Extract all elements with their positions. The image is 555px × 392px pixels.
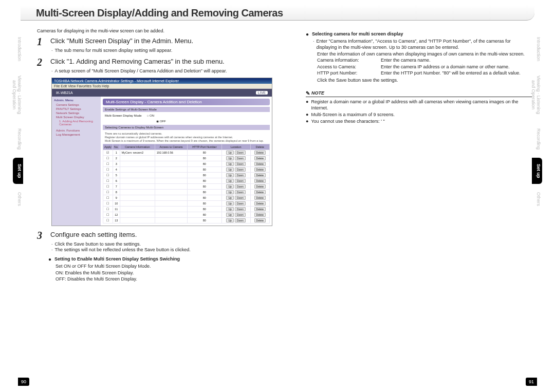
ss-camera-table: Apply No. Camera Information Access to C… (103, 144, 270, 223)
ss-th: HTTP-Port Number (188, 144, 221, 150)
tab-others-r[interactable]: Others (532, 186, 542, 212)
step-3-number: 3 (37, 230, 46, 240)
note-2: Multi-Screen is a maximum of 9 screens. (311, 111, 395, 118)
tab-recording-r[interactable]: Recording (532, 122, 542, 156)
ss-nav-item: Log Management (54, 133, 99, 136)
step-3-detail-2: The settings will not be reflected unles… (55, 247, 191, 252)
bullet-icon: ● (306, 31, 309, 38)
tab-others[interactable]: Others (13, 186, 23, 212)
ss-section-enable: Enable Settings of Multi-Screen Mode (103, 107, 270, 112)
selecting-p1: Enter "Camera Information", "Access to C… (317, 38, 532, 50)
def-access-label: Access to Camera: (317, 64, 379, 70)
ss-table-row: ☐380UpDownDelete (103, 161, 270, 167)
title-bar: Multi-Screen Display/Adding and Removing… (21, 5, 534, 21)
ss-th: Apply (103, 144, 113, 150)
tab-viewing-r[interactable]: Viewing · Listening and Operation (532, 69, 542, 120)
ss-window-title: TOSHIBA Network Camera Administrator Set… (52, 78, 272, 84)
ss-sidebar: Admin. Menu Camera Settings PAN/TILT Set… (52, 97, 101, 226)
embedded-screenshot: TOSHIBA Network Camera Administrator Set… (51, 78, 272, 226)
page-number-right: 91 (526, 378, 537, 386)
step-2-title: Click "1. Adding and Removing Cameras" i… (50, 57, 284, 66)
ss-header: IK-WB21A LIVE (52, 89, 272, 97)
ss-th: No. (113, 144, 120, 150)
def-port-val: Enter the HTTP port Number. "80" will be… (381, 70, 521, 76)
subheading-enable-text: Setting to Enable Multi Screen Display S… (54, 256, 180, 263)
ss-th: Camera Information (120, 144, 155, 150)
enable-line-1: Set ON or OFF for Multi Screen Display M… (55, 263, 284, 269)
step-1-number: 1 (37, 36, 46, 47)
tab-viewing[interactable]: Viewing · Listening and Operation (13, 69, 23, 120)
page-number-left: 90 (18, 378, 29, 386)
step-3-title: Configure each setting items. (50, 230, 284, 239)
ss-nav-item: Camera Settings (54, 103, 99, 106)
ss-table-row: ☐880UpDownDelete (103, 190, 270, 195)
bullet-icon: ● (48, 256, 51, 263)
ss-menubar: File Edit View Favorites Tools Help (52, 84, 272, 89)
ss-desc: There are no automatically detected came… (103, 131, 270, 144)
ss-mode-label: Multi-Screen Display Mode (105, 114, 142, 117)
ss-nav-item: PAN/TILT Settings (54, 107, 99, 110)
ss-nav-item: Multi Screen Display (54, 116, 99, 119)
pencil-icon: ✎ (306, 90, 310, 96)
ss-section-select: Selecting Cameras to Display Multi-Scree… (103, 125, 270, 130)
ss-nav-sub: 1. Adding And Removing Cameras (54, 120, 99, 126)
right-column: ● Selecting camera for multi screen disp… (306, 28, 532, 125)
ss-nav-item: Network Settings (54, 111, 99, 115)
ss-th: Delete (250, 144, 269, 150)
step-2: 2 Click "1. Adding and Removing Cameras"… (37, 57, 284, 73)
selecting-p2: Enter the information of own camera when… (313, 51, 532, 57)
note-3: You cannot use these characters: ' " (311, 118, 384, 124)
note-block: ✎ NOTE ●Register a domain name or a glob… (306, 90, 532, 125)
ss-table-row: ☐1280UpDownDelete (103, 212, 270, 218)
left-column: Cameras for displaying in the multi-view… (37, 28, 284, 282)
ss-table-row: ☐980UpDownDelete (103, 195, 270, 201)
side-tabs-left: Introduction Viewing · Listening and Ope… (13, 31, 23, 214)
step-2-detail: A setup screen of "Multi Screen Display … (55, 68, 227, 73)
subheading-selecting-text: Selecting camera for multi screen displa… (312, 31, 403, 38)
def-port-label: HTTP port Number: (317, 70, 379, 76)
subheading-enable: ● Setting to Enable Multi Screen Display… (48, 256, 284, 263)
ss-th: Access to Camera (155, 144, 187, 150)
ss-table-row: ☐780UpDownDelete (103, 184, 270, 190)
tab-setup-r[interactable]: Set up (532, 158, 542, 184)
subheading-selecting: ● Selecting camera for multi screen disp… (306, 31, 532, 38)
ss-table-row: ☐1180UpDownDelete (103, 207, 270, 212)
ss-table-row: ☐280UpDownDelete (103, 156, 270, 161)
tab-introduction-r[interactable]: Introduction (532, 31, 542, 67)
ss-table-row: ☐1080UpDownDelete (103, 201, 270, 207)
step-2-number: 2 (37, 57, 46, 67)
ss-table-row: ☐580UpDownDelete (103, 173, 270, 178)
step-3: 3 Configure each setting items. ·Click t… (37, 230, 284, 252)
ss-main-panel: Multi-Screen Display - Camera Addition a… (101, 97, 272, 226)
ss-radio-on: ○ ON (147, 114, 154, 117)
enable-line-2: ON: Enables the Multi Screen Display. (55, 270, 284, 276)
ss-live-badge: LIVE (256, 91, 268, 95)
ss-radio-off: ◉ OFF (156, 119, 166, 123)
enable-line-3: OFF: Disables the Multi Screen Display. (55, 276, 284, 282)
ss-nav-item: Admin. Functions (54, 129, 99, 132)
step-3-detail-1: Click the Save button to save the settin… (55, 241, 141, 247)
selecting-p3: Click the Save button save the settings. (313, 77, 532, 83)
ss-product: IK-WB21A (56, 91, 73, 95)
tab-recording[interactable]: Recording (13, 122, 23, 156)
ss-table-row: ☑1MyCam: wscam2192.168.0.5680UpDownDelet… (103, 150, 270, 156)
note-label: NOTE (311, 90, 324, 96)
def-camera-info-val: Enter the camera name. (381, 57, 431, 63)
note-1: Register a domain name or a global IP ad… (311, 99, 532, 111)
def-camera-info-label: Camera information: (317, 57, 379, 63)
def-access-val: Enter the camera IP address or a domain … (381, 64, 509, 70)
ss-th: Location (221, 144, 250, 150)
side-tabs-right: Introduction Viewing · Listening and Ope… (532, 31, 542, 214)
ss-table-row: ☐680UpDownDelete (103, 178, 270, 184)
ss-panel-title: Multi-Screen Display - Camera Addition a… (103, 99, 270, 105)
step-1-detail: The sub menu for multi screen display se… (55, 48, 173, 53)
tab-introduction[interactable]: Introduction (13, 31, 23, 67)
tab-setup[interactable]: Set up (13, 158, 23, 184)
intro-text: Cameras for displaying in the multi-view… (37, 28, 284, 33)
step-1-title: Click "Multi Screen Display" in the Admi… (50, 36, 284, 45)
ss-table-row: ☐480UpDownDelete (103, 167, 270, 173)
ss-admin-menu: Admin. Menu (54, 99, 99, 102)
step-1: 1 Click "Multi Screen Display" in the Ad… (37, 36, 284, 53)
page-title: Multi-Screen Display/Adding and Removing… (36, 7, 519, 19)
ss-table-row: ☐1380UpDownDelete (103, 218, 270, 223)
